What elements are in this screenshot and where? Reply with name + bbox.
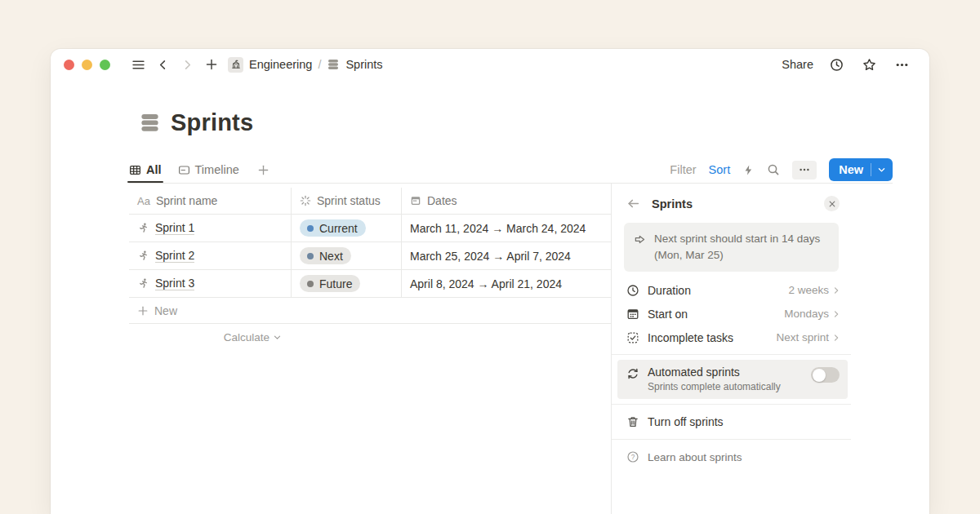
tab-timeline[interactable]: Timeline: [178, 157, 239, 183]
setting-incomplete-tasks[interactable]: Incomplete tasks Next sprint: [612, 326, 851, 349]
toggle-knob: [813, 369, 826, 382]
svg-text:?: ?: [631, 454, 635, 461]
more-options-icon[interactable]: [892, 55, 911, 74]
setting-value: Mondays: [784, 308, 829, 320]
sprint-name-cell[interactable]: Sprint 2: [129, 242, 292, 269]
section-divider: [612, 354, 851, 355]
table-row: Sprint 2 Next March 25, 2024 → April 7, …: [129, 242, 611, 270]
window-topbar: Engineering / Sprints Share: [51, 49, 929, 80]
turn-off-sprints-button[interactable]: Turn off sprints: [612, 410, 851, 434]
status-label: Future: [319, 277, 352, 290]
tab-all-label: All: [146, 163, 162, 176]
close-icon[interactable]: [824, 196, 840, 211]
sprint-page-link[interactable]: Sprint 3: [155, 277, 194, 290]
view-toolbar: Filter Sort New: [670, 158, 893, 181]
setting-duration[interactable]: Duration 2 weeks: [612, 278, 851, 302]
turn-off-sprints-label: Turn off sprints: [648, 415, 724, 428]
status-dot: [307, 225, 314, 232]
breadcrumb-workspace[interactable]: Engineering: [249, 58, 312, 71]
menu-icon[interactable]: [128, 55, 148, 74]
runner-icon: [137, 277, 149, 290]
automated-sprints-toggle[interactable]: [811, 367, 840, 383]
filter-button[interactable]: Filter: [670, 163, 696, 176]
status-spinner-icon: [300, 195, 311, 206]
nav-forward-icon[interactable]: [177, 55, 197, 74]
dates-cell[interactable]: March 25, 2024 → April 7, 2024: [402, 242, 611, 269]
status-badge[interactable]: Current: [300, 219, 366, 237]
repeat-icon: [626, 366, 639, 392]
date-range: March 11, 2024 → March 24, 2024: [410, 222, 586, 235]
column-header-sprint-status[interactable]: Sprint status: [292, 188, 402, 214]
column-label: Sprint status: [317, 194, 381, 207]
dates-cell[interactable]: April 8, 2024 → April 21, 2024: [402, 270, 611, 297]
sprint-status-cell[interactable]: Future: [292, 270, 402, 297]
column-label: Dates: [427, 194, 457, 207]
close-window-icon[interactable]: [64, 60, 74, 70]
setting-value: Next sprint: [776, 331, 829, 343]
search-icon[interactable]: [767, 163, 780, 176]
chevron-down-icon[interactable]: [877, 166, 886, 175]
sprint-status-cell[interactable]: Current: [292, 215, 402, 241]
automated-sprints-description: Sprints complete automatically: [648, 381, 781, 392]
calendar-icon: [410, 195, 421, 206]
favorite-star-icon[interactable]: [859, 55, 879, 74]
updates-clock-icon[interactable]: [826, 55, 846, 74]
share-button[interactable]: Share: [782, 58, 813, 71]
page-title: Sprints: [171, 109, 253, 136]
table-view-icon: [129, 164, 141, 176]
maximize-window-icon[interactable]: [100, 60, 110, 70]
new-page-icon[interactable]: [202, 55, 221, 74]
sprints-table: Aa Sprint name Sprint status Dates: [129, 188, 611, 351]
back-arrow-icon[interactable]: [626, 197, 640, 210]
section-divider: [612, 404, 851, 405]
column-header-dates[interactable]: Dates: [402, 188, 611, 214]
checkbox-icon: [626, 331, 639, 344]
bolt-icon[interactable]: [742, 164, 755, 176]
column-header-sprint-name[interactable]: Aa Sprint name: [129, 188, 292, 214]
chevron-right-icon: [835, 287, 838, 292]
sort-button[interactable]: Sort: [709, 163, 731, 176]
learn-about-sprints-link[interactable]: ? Learn about sprints: [612, 445, 851, 469]
panel-header: Sprints: [612, 186, 851, 219]
new-button[interactable]: New: [829, 158, 893, 181]
tab-timeline-label: Timeline: [195, 163, 239, 176]
trash-icon: [626, 415, 639, 428]
sprint-name-cell[interactable]: Sprint 3: [129, 270, 292, 297]
app-window: Engineering / Sprints Share Sprints: [51, 49, 929, 514]
sprint-settings-panel: Sprints Next sprint should start in 14 d…: [612, 186, 851, 514]
runner-icon: [137, 250, 149, 262]
dates-cell[interactable]: March 11, 2024 → March 24, 2024: [402, 215, 611, 241]
minimize-window-icon[interactable]: [82, 60, 92, 70]
automated-sprints-row[interactable]: Automated sprints Sprints complete autom…: [617, 360, 848, 399]
calculate-label: Calculate: [224, 331, 270, 343]
status-badge[interactable]: Future: [300, 275, 360, 292]
building-icon: [228, 57, 243, 73]
add-view-icon[interactable]: [257, 164, 270, 176]
traffic-lights: [64, 60, 110, 70]
arrow-right-icon: [634, 231, 646, 264]
view-more-icon[interactable]: [792, 161, 817, 179]
page-database-icon: [139, 112, 161, 134]
tab-all[interactable]: All: [129, 157, 162, 183]
tabbar-divider: [129, 183, 893, 184]
nav-back-icon[interactable]: [153, 55, 172, 74]
sprint-page-link[interactable]: Sprint 1: [155, 221, 194, 235]
automated-sprints-label: Automated sprints: [648, 366, 781, 379]
sprint-page-link[interactable]: Sprint 2: [155, 249, 194, 263]
calculate-button[interactable]: Calculate: [129, 324, 292, 351]
sprint-name-cell[interactable]: Sprint 1: [129, 215, 292, 241]
setting-label: Start on: [648, 308, 688, 321]
new-row-button[interactable]: New: [129, 298, 611, 324]
sprint-status-cell[interactable]: Next: [292, 242, 402, 269]
status-dot: [307, 281, 314, 287]
chevron-right-icon: [835, 311, 838, 316]
setting-start-on[interactable]: Start on Mondays: [612, 302, 851, 326]
table-row: Sprint 3 Future April 8, 2024 → April 21…: [129, 270, 611, 298]
setting-label: Duration: [648, 284, 691, 297]
status-badge[interactable]: Next: [300, 247, 351, 264]
breadcrumb-page[interactable]: Sprints: [345, 58, 382, 71]
panel-title: Sprints: [652, 197, 693, 210]
settings-list: Duration 2 weeks Start on Mondays Incomp…: [612, 278, 851, 349]
chevron-right-icon: [835, 335, 838, 339]
next-sprint-callout: Next sprint should start in 14 days (Mon…: [624, 223, 839, 272]
